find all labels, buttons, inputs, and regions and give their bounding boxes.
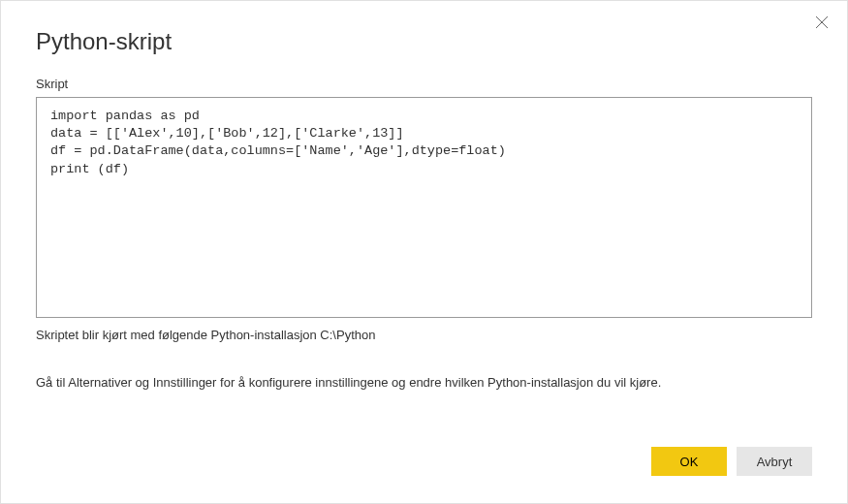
script-input[interactable] (36, 97, 812, 318)
close-button[interactable] (812, 13, 832, 32)
close-icon (815, 16, 829, 29)
ok-button[interactable]: OK (651, 447, 727, 476)
script-label: Skript (36, 77, 812, 91)
cancel-button[interactable]: Avbryt (737, 447, 812, 476)
python-script-dialog: Python-skript Skript Skriptet blir kjørt… (1, 1, 847, 503)
install-info-text: Skriptet blir kjørt med følgende Python-… (36, 328, 812, 342)
dialog-buttons: OK Avbryt (36, 447, 812, 476)
dialog-title: Python-skript (36, 28, 812, 55)
help-text: Gå til Alternativer og Innstillinger for… (36, 375, 812, 390)
